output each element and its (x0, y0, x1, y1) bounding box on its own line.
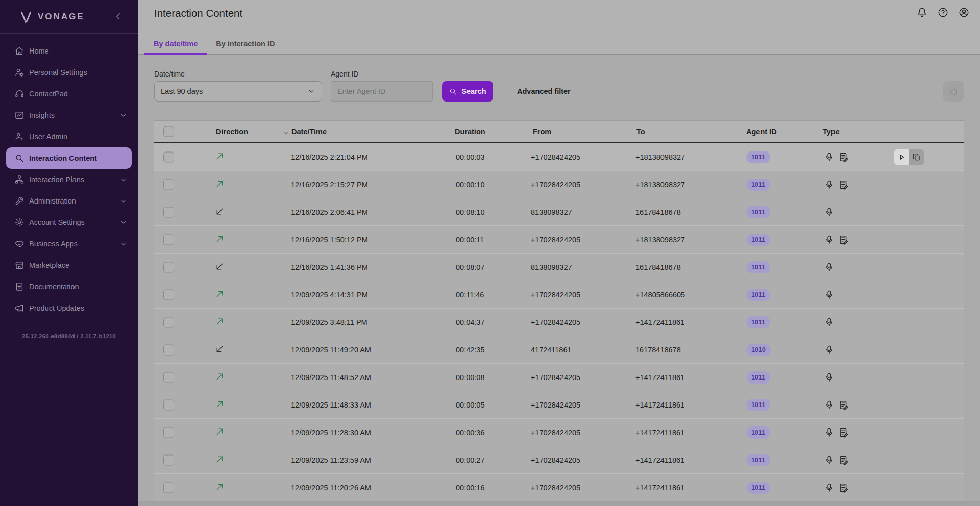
datetime-select[interactable]: Last 90 days (154, 81, 322, 102)
table-row[interactable]: 12/16/2025 2:06:41 PM 00:08:10 813809832… (154, 198, 964, 226)
sidebar-item-marketplace[interactable]: Marketplace (6, 255, 132, 276)
interactions-table: Direction Date/Time Duration From To Age… (154, 120, 964, 501)
row-checkbox[interactable] (163, 207, 174, 217)
column-datetime[interactable]: Date/Time (283, 128, 327, 136)
datetime-select-value: Last 90 days (161, 87, 203, 95)
cell-to: +14172411861 (635, 401, 684, 409)
row-checkbox[interactable] (163, 262, 174, 272)
cell-type-icons (824, 344, 835, 356)
row-checkbox[interactable] (163, 151, 174, 162)
advanced-filter-link[interactable]: Advanced filter (517, 81, 571, 102)
bulk-copy-button[interactable] (943, 81, 964, 102)
megaphone-icon (14, 303, 24, 313)
column-direction[interactable]: Direction (216, 128, 248, 136)
copy-button[interactable] (909, 149, 924, 165)
sidebar-item-home[interactable]: Home (6, 40, 132, 62)
table-row[interactable]: 12/09/2025 11:49:20 AM 00:42:35 41724118… (154, 336, 964, 364)
chevron-down-icon (119, 175, 128, 184)
table-row[interactable]: 12/09/2025 11:48:52 AM 00:00:08 +1702842… (154, 364, 964, 391)
sidebar-item-interaction-plans[interactable]: Interaction Plans (6, 169, 132, 190)
cell-datetime: 12/09/2025 11:48:52 AM (291, 373, 371, 382)
version-label: 25.12.260.e8d884d / 2.11.7-b1210 (0, 333, 138, 339)
chevron-down-icon (119, 240, 128, 248)
row-checkbox[interactable] (163, 179, 174, 190)
sidebar-item-label: Account Settings (29, 218, 85, 226)
insights-chart-icon (14, 110, 24, 120)
sidebar-item-business-apps[interactable]: Business Apps (6, 233, 132, 255)
table-row[interactable]: 12/09/2025 11:20:26 AM 00:00:16 +1702842… (154, 474, 964, 501)
cell-from: +17028424205 (531, 428, 580, 437)
column-to[interactable]: To (636, 128, 645, 136)
row-checkbox[interactable] (163, 344, 174, 355)
chevron-down-icon (119, 197, 128, 205)
row-checkbox[interactable] (163, 289, 174, 300)
sidebar-item-product-updates[interactable]: Product Updates (6, 297, 132, 319)
table-row[interactable]: 12/09/2025 4:14:31 PM 00:11:46 +17028424… (154, 281, 964, 309)
page-body: Date/time Agent ID Last 90 days Search A… (138, 55, 980, 506)
help-icon[interactable] (937, 7, 949, 18)
column-agent-id[interactable]: Agent ID (746, 128, 777, 136)
tab-by-date-time[interactable]: By date/time (144, 40, 207, 54)
row-checkbox[interactable] (163, 399, 174, 410)
outbound-arrow-icon (214, 151, 227, 163)
sidebar-collapse-icon[interactable] (113, 11, 124, 21)
table-row[interactable]: 12/09/2025 11:23:59 AM 00:00:27 +1702842… (154, 446, 964, 474)
tab-by-interaction-id[interactable]: By interaction ID (207, 40, 284, 54)
table-row[interactable]: 12/09/2025 3:48:11 PM 00:04:37 +17028424… (154, 309, 964, 336)
bell-icon[interactable] (916, 7, 928, 18)
search-button[interactable]: Search (442, 81, 493, 102)
table-row[interactable]: 12/16/2025 1:41:36 PM 00:08:07 813809832… (154, 254, 964, 281)
sidebar-item-personal-settings[interactable]: Personal Settings (6, 62, 132, 83)
cell-type-icons (824, 207, 835, 218)
row-checkbox[interactable] (163, 482, 174, 493)
cell-duration: 00:00:11 (456, 236, 484, 244)
sidebar-item-account-settings[interactable]: Account Settings (6, 212, 132, 233)
cell-from: +17028424205 (531, 236, 580, 244)
row-checkbox[interactable] (163, 372, 174, 383)
sidebar-item-contactpad[interactable]: ContactPad (6, 83, 132, 105)
cell-duration: 00:00:10 (456, 181, 484, 189)
sidebar-item-administration[interactable]: Administration (6, 190, 132, 212)
agent-id-input[interactable] (331, 81, 433, 102)
agent-id-badge: 1011 (746, 371, 770, 384)
row-checkbox[interactable] (163, 454, 174, 465)
mic-icon (824, 289, 835, 300)
table-row[interactable]: 12/09/2025 11:48:33 AM 00:00:05 +1702842… (154, 391, 964, 419)
mic-icon (824, 482, 835, 493)
table-row[interactable]: 12/16/2025 2:21:04 PM 00:00:03 +17028424… (154, 143, 964, 171)
sidebar-item-insights[interactable]: Insights (6, 105, 132, 126)
cell-datetime: 12/16/2025 2:21:04 PM (291, 153, 368, 161)
row-checkbox[interactable] (163, 234, 174, 245)
column-duration[interactable]: Duration (455, 128, 485, 136)
cell-to: +14172411861 (635, 318, 684, 326)
play-button[interactable] (894, 149, 909, 165)
account-icon[interactable] (958, 7, 970, 18)
sitemap-icon (14, 174, 24, 185)
cell-from: 8138098327 (531, 208, 572, 216)
row-checkbox[interactable] (163, 317, 174, 327)
gear-icon (14, 217, 24, 227)
select-all-checkbox[interactable] (163, 127, 174, 137)
sidebar-nav: Home Personal Settings ContactPad Insigh… (0, 40, 138, 319)
mic-icon (824, 372, 835, 383)
column-from[interactable]: From (533, 128, 551, 136)
outbound-arrow-icon (214, 454, 227, 466)
row-checkbox[interactable] (163, 427, 174, 438)
sidebar-item-label: Product Updates (29, 304, 84, 312)
sidebar-item-user-admin[interactable]: User Admin (6, 126, 132, 147)
home-icon (14, 46, 24, 56)
sidebar-item-documentation[interactable]: Documentation (6, 276, 132, 297)
table-row[interactable]: 12/16/2025 2:15:27 PM 00:00:10 +17028424… (154, 171, 964, 198)
cell-duration: 00:00:16 (456, 484, 484, 492)
sidebar-item-interaction-content[interactable]: Interaction Content (6, 147, 132, 169)
table-row[interactable]: 12/16/2025 1:50:12 PM 00:00:11 +17028424… (154, 226, 964, 254)
outbound-arrow-icon (214, 234, 227, 246)
table-row[interactable]: 12/09/2025 11:28:30 AM 00:00:36 +1702842… (154, 419, 964, 446)
tab-bar: By date/time By interaction ID (144, 40, 284, 54)
column-type[interactable]: Type (823, 128, 840, 136)
search-button-label: Search (461, 87, 486, 95)
cell-from: +17028424205 (531, 318, 580, 326)
agent-id-badge: 1011 (746, 234, 770, 246)
logo-row: VONAGE (0, 0, 138, 34)
cell-duration: 00:08:10 (456, 208, 484, 216)
